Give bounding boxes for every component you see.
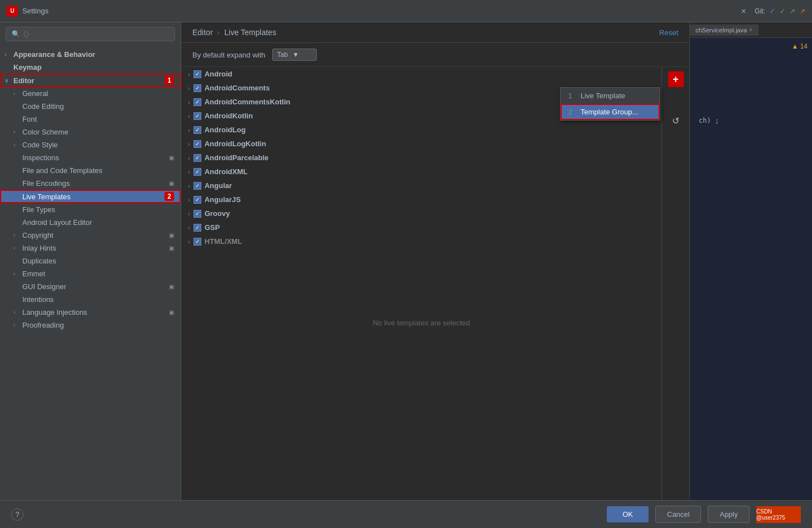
template-checkbox[interactable]: ✓ bbox=[194, 154, 201, 162]
group-name: AndroidXML bbox=[205, 167, 248, 176]
git-icon-2: ✓ bbox=[780, 7, 785, 15]
sidebar-item-file-code-templates[interactable]: File and Code Templates bbox=[0, 164, 181, 177]
breadcrumb-separator: › bbox=[218, 28, 220, 37]
template-checkbox[interactable]: ✓ bbox=[194, 168, 201, 176]
template-checkbox[interactable]: ✓ bbox=[194, 126, 201, 134]
sidebar-item-label: Editor bbox=[13, 76, 159, 85]
sidebar-item-language-injections[interactable]: › Language Injections ▣ bbox=[0, 306, 181, 319]
chevron-icon: › bbox=[188, 141, 190, 147]
list-item[interactable]: › ✓ AndroidLog bbox=[181, 123, 661, 137]
template-checkbox[interactable]: ✓ bbox=[194, 196, 201, 204]
sidebar-item-android-layout-editor[interactable]: Android Layout Editor bbox=[0, 216, 181, 229]
add-live-template-item[interactable]: 1 Live Template bbox=[560, 88, 660, 104]
group-name: Android bbox=[205, 70, 233, 78]
list-item[interactable]: › ✓ Groovy bbox=[181, 207, 661, 220]
sidebar-item-color-scheme[interactable]: › Color Scheme bbox=[0, 126, 181, 138]
panel-header: Editor › Live Templates Reset bbox=[181, 22, 689, 43]
no-templates-text: No live templates are selected bbox=[373, 319, 470, 327]
group-name: AndroidParcelable bbox=[205, 153, 269, 162]
template-checkbox[interactable]: ✓ bbox=[194, 70, 201, 78]
list-item[interactable]: › ✓ GSP bbox=[181, 220, 661, 234]
undo-button[interactable]: ↺ bbox=[668, 113, 684, 128]
sidebar-item-code-style[interactable]: › Code Style bbox=[0, 138, 181, 151]
sidebar-item-appearance[interactable]: › Appearance & Behavior bbox=[0, 48, 181, 61]
group-name: GSP bbox=[205, 223, 220, 232]
chevron-icon: › bbox=[13, 90, 20, 97]
chevron-icon: › bbox=[188, 224, 190, 231]
sidebar-item-intentions[interactable]: Intentions bbox=[0, 293, 181, 306]
sidebar-item-font[interactable]: Font bbox=[0, 113, 181, 126]
template-checkbox[interactable]: ✓ bbox=[194, 238, 201, 246]
list-item[interactable]: › ✓ AngularJS bbox=[181, 193, 661, 207]
chevron-icon: ∨ bbox=[4, 78, 11, 84]
close-tab-icon[interactable]: × bbox=[749, 27, 752, 33]
dropdown-arrow-icon: ▼ bbox=[292, 51, 299, 59]
template-checkbox[interactable]: ✓ bbox=[194, 210, 201, 218]
template-checkbox[interactable]: ✓ bbox=[194, 98, 201, 106]
sidebar-item-file-types[interactable]: File Types bbox=[0, 203, 181, 216]
search-icon: 🔍 bbox=[12, 30, 20, 38]
sidebar-item-label: File Types bbox=[22, 205, 174, 214]
sidebar-item-label: General bbox=[22, 89, 174, 98]
sidebar: 🔍 Q- › Appearance & Behavior Keymap ∨ Ed… bbox=[0, 22, 181, 500]
sidebar-item-live-templates[interactable]: Live Templates 2 bbox=[0, 190, 181, 203]
sidebar-item-inlay-hints[interactable]: › Inlay Hints ▣ bbox=[0, 242, 181, 255]
chevron-icon: › bbox=[188, 196, 190, 203]
expand-label: By default expand with bbox=[192, 51, 265, 59]
list-item[interactable]: › ✓ Angular bbox=[181, 179, 661, 193]
sidebar-item-gui-designer[interactable]: GUI Designer ▣ bbox=[0, 280, 181, 293]
code-tab[interactable]: chServiceImpl.java × bbox=[690, 25, 758, 36]
cancel-button[interactable]: Cancel bbox=[655, 506, 701, 523]
git-label: Git: bbox=[755, 7, 765, 15]
sidebar-item-editor[interactable]: ∨ Editor 1 bbox=[0, 74, 181, 87]
chevron-icon: › bbox=[188, 238, 190, 245]
chevron-icon: › bbox=[188, 183, 190, 189]
sidebar-item-label: File and Code Templates bbox=[22, 166, 174, 175]
template-checkbox[interactable]: ✓ bbox=[194, 112, 201, 120]
sidebar-item-keymap[interactable]: Keymap bbox=[0, 61, 181, 74]
add-template-group-item[interactable]: 2 Template Group... bbox=[560, 104, 660, 120]
template-checkbox[interactable]: ✓ bbox=[194, 224, 201, 232]
sidebar-item-general[interactable]: › General bbox=[0, 87, 181, 100]
ok-button[interactable]: OK bbox=[607, 506, 649, 522]
sidebar-item-proofreading[interactable]: › Proofreading bbox=[0, 319, 181, 332]
template-checkbox[interactable]: ✓ bbox=[194, 84, 201, 92]
search-box[interactable]: 🔍 Q- bbox=[6, 27, 175, 41]
chevron-icon: › bbox=[188, 71, 190, 78]
sidebar-item-file-encodings[interactable]: File Encodings ▣ bbox=[0, 177, 181, 190]
group-name: AndroidLogKotlin bbox=[205, 140, 266, 148]
group-name: AndroidLog bbox=[205, 126, 246, 134]
title-bar-title: Settings bbox=[22, 7, 49, 15]
list-item[interactable]: › ✓ AndroidParcelable bbox=[181, 151, 661, 165]
template-checkbox[interactable]: ✓ bbox=[194, 140, 201, 148]
list-item[interactable]: › ✓ Android bbox=[181, 67, 661, 81]
group-name: Angular bbox=[205, 181, 232, 190]
chevron-icon: › bbox=[13, 271, 20, 277]
app-logo: U bbox=[7, 6, 18, 17]
sidebar-item-duplicates[interactable]: Duplicates bbox=[0, 255, 181, 267]
sidebar-item-label: Font bbox=[22, 115, 174, 123]
chevron-icon: › bbox=[4, 51, 11, 57]
list-item[interactable]: › ✓ AndroidXML bbox=[181, 165, 661, 179]
list-item[interactable]: › ✓ AndroidLogKotlin bbox=[181, 137, 661, 151]
add-dropdown-menu: 1 Live Template 2 Template Group... bbox=[560, 87, 660, 121]
template-checkbox[interactable]: ✓ bbox=[194, 182, 201, 190]
sidebar-item-inspections[interactable]: Inspections ▣ bbox=[0, 151, 181, 164]
apply-button[interactable]: Apply bbox=[708, 506, 750, 523]
settings-icon: ▣ bbox=[169, 309, 174, 315]
expand-dropdown[interactable]: Tab ▼ bbox=[272, 49, 317, 61]
search-placeholder: Q- bbox=[23, 30, 31, 38]
settings-icon: ▣ bbox=[169, 180, 174, 186]
sidebar-item-code-editing[interactable]: Code Editing bbox=[0, 100, 181, 113]
sidebar-item-emmet[interactable]: › Emmet bbox=[0, 267, 181, 280]
add-button[interactable]: + bbox=[668, 71, 684, 87]
sidebar-item-copyright[interactable]: › Copyright ▣ bbox=[0, 229, 181, 242]
close-button[interactable]: × bbox=[741, 7, 746, 16]
list-item[interactable]: › ✓ HTML/XML bbox=[181, 234, 661, 248]
help-button[interactable]: ? bbox=[11, 508, 23, 521]
chevron-icon: › bbox=[13, 322, 20, 328]
reset-button[interactable]: Reset bbox=[659, 28, 678, 37]
breadcrumb-live-templates: Live Templates bbox=[224, 28, 276, 37]
chevron-icon: › bbox=[13, 129, 20, 135]
sidebar-item-label: Copyright bbox=[22, 231, 167, 239]
